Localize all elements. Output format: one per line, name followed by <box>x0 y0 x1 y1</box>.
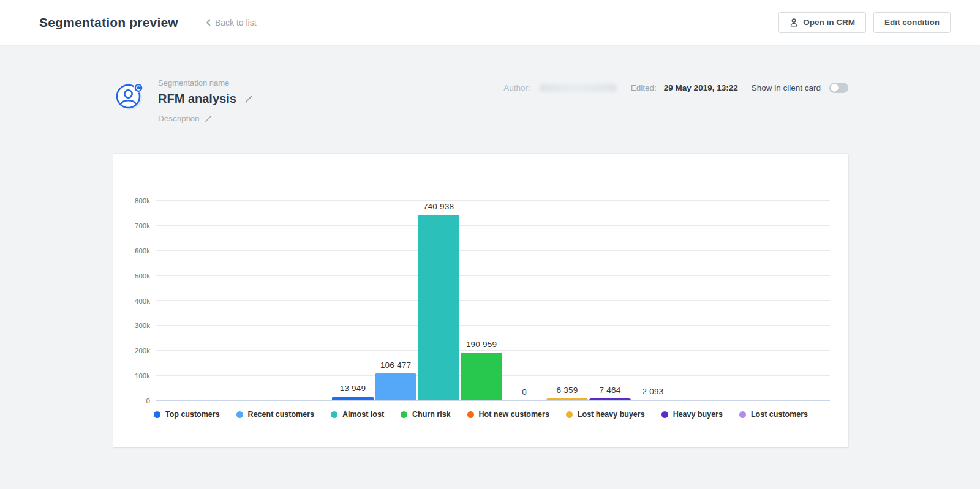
page-title: Segmentation preview <box>39 15 178 30</box>
back-to-list-link[interactable]: Back to list <box>206 18 257 28</box>
open-in-crm-button[interactable]: Open in CRM <box>778 12 866 33</box>
bar-plot: 0100k200k300k400k500k600k700k800k13 9491… <box>156 201 830 401</box>
legend-dot <box>331 411 337 418</box>
bar-value-label: 190 959 <box>466 340 497 349</box>
description-label: Description <box>158 114 200 123</box>
legend-item-recent-customers[interactable]: Recent customers <box>236 410 314 419</box>
edit-condition-button[interactable]: Edit condition <box>873 12 951 33</box>
y-axis-tick-label: 200k <box>135 347 150 354</box>
legend-item-lost-heavy-buyers[interactable]: Lost heavy buyers <box>566 410 645 419</box>
y-axis-tick-label: 700k <box>135 222 150 230</box>
title-divider <box>192 15 192 31</box>
bar-value-label: 106 477 <box>380 360 411 370</box>
y-axis-tick-label: 0 <box>146 397 150 405</box>
y-axis-tick-label: 100k <box>135 372 150 379</box>
y-axis-tick-label: 600k <box>135 247 150 255</box>
segment-meta-section: Segmentation name RFM analysis Descripti… <box>113 78 848 123</box>
bar-value-label: 0 <box>522 387 527 397</box>
segmentation-name-label: Segmentation name <box>158 78 253 88</box>
legend-dot <box>467 411 474 418</box>
y-axis-tick-label: 300k <box>135 322 150 329</box>
legend-label: Recent customers <box>248 410 314 419</box>
gridline <box>156 225 830 226</box>
x-axis-line <box>156 400 830 401</box>
legend-item-almost-lost[interactable]: Almost lost <box>331 410 384 419</box>
y-axis-tick-label: 800k <box>135 197 150 204</box>
legend-dot <box>739 411 746 418</box>
legend-dot <box>662 411 668 418</box>
edit-condition-label: Edit condition <box>884 18 940 27</box>
show-in-client-card-label: Show in client card <box>752 83 821 92</box>
legend-label: Almost lost <box>342 410 384 419</box>
legend-label: Churn risk <box>412 410 451 419</box>
edited-label: Edited: <box>631 83 657 92</box>
gridline <box>156 300 830 301</box>
bar-almost-lost <box>418 215 459 400</box>
legend-label: Top customers <box>165 410 220 419</box>
gridline <box>156 325 830 326</box>
legend-item-lost-customers[interactable]: Lost customers <box>739 410 808 419</box>
legend-item-churn-risk[interactable]: Churn risk <box>401 410 451 419</box>
y-axis-tick-label: 400k <box>135 297 150 305</box>
gridline <box>156 250 830 251</box>
show-in-client-card-toggle[interactable] <box>829 83 848 93</box>
bar-recent-customers <box>375 373 417 400</box>
edited-value: 29 May 2019, 13:22 <box>664 83 738 92</box>
segment-avatar-icon <box>113 80 145 112</box>
redacted-author-name <box>539 84 617 92</box>
legend-dot <box>236 411 243 418</box>
segmentation-name: RFM analysis <box>158 92 236 106</box>
legend-label: Heavy buyers <box>673 410 723 419</box>
legend-label: Lost heavy buyers <box>578 410 645 419</box>
legend-dot <box>566 411 573 418</box>
chart-card: 0100k200k300k400k500k600k700k800k13 9491… <box>113 154 848 447</box>
legend-label: Lost customers <box>751 410 808 419</box>
gridline <box>156 275 830 276</box>
legend-item-heavy-buyers[interactable]: Heavy buyers <box>662 410 723 419</box>
bar-value-label: 2 093 <box>643 387 664 396</box>
open-in-crm-label: Open in CRM <box>803 18 855 27</box>
bar-churn-risk <box>461 353 502 400</box>
gridline <box>156 200 830 201</box>
edit-name-icon[interactable] <box>245 95 253 103</box>
person-icon <box>790 18 798 28</box>
bar-value-label: 6 359 <box>557 386 578 395</box>
legend-item-hot-new-customers[interactable]: Hot new customers <box>467 410 549 419</box>
legend-item-top-customers[interactable]: Top customers <box>154 410 220 419</box>
gridline <box>156 350 830 351</box>
y-axis-tick-label: 500k <box>135 272 150 280</box>
chart-legend: Top customersRecent customersAlmost lost… <box>113 410 848 419</box>
bar-value-label: 7 464 <box>600 386 621 395</box>
legend-dot <box>401 411 407 418</box>
edit-description-icon[interactable] <box>205 115 212 122</box>
bar-value-label: 13 949 <box>340 384 366 393</box>
toggle-knob <box>831 84 839 92</box>
chevron-left-icon <box>206 19 211 26</box>
author-label: Author: <box>503 83 530 92</box>
back-to-list-label: Back to list <box>215 18 257 28</box>
legend-dot <box>154 411 160 418</box>
bar-value-label: 740 938 <box>423 202 454 211</box>
top-bar: Segmentation preview Back to list Open i… <box>0 0 980 45</box>
legend-label: Hot new customers <box>479 410 549 419</box>
